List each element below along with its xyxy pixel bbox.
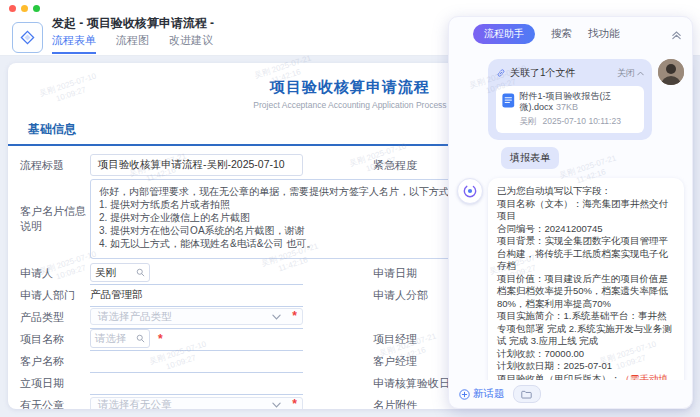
field-label-project-manager: 项目经理: [373, 332, 417, 347]
search-icon: [136, 268, 145, 277]
reply-line: 项目验收单（用印后版本）：（需手动填写）: [497, 373, 675, 381]
tab-process-assistant[interactable]: 流程助手: [473, 24, 535, 44]
user-command-bubble: 填报表单: [501, 147, 559, 169]
customer-name-input[interactable]: [90, 350, 303, 373]
chat-messages: 关联了1个文件 关闭 附件1-项目验收报告(泛微).docx37KB: [449, 51, 692, 380]
chevron-down-icon: [272, 314, 281, 320]
assistant-message: 已为您自动填写以下字段： 项目名称（文本）：海亮集团事井然交付项目 合同编号：2…: [457, 178, 684, 380]
file-size: 37KB: [556, 102, 578, 112]
file-library-button[interactable]: [513, 385, 541, 403]
department-value: 产品管理部: [90, 288, 143, 302]
assistant-panel: 流程助手 搜索 找功能 关联了1个文件 关闭: [448, 16, 693, 409]
plus-circle-icon: [459, 389, 470, 400]
file-sender: 吴刚: [520, 116, 537, 128]
field-label: 申请人部门: [20, 288, 90, 303]
tab-search[interactable]: 搜索: [551, 27, 572, 41]
assistant-reply-bubble: 已为您自动填写以下字段： 项目名称（文本）：海亮集团事井然交付项目 合同编号：2…: [488, 178, 684, 380]
field-label-apply-date: 申请日期: [373, 266, 417, 281]
project-name-input[interactable]: 请选择: [90, 329, 150, 348]
person-photo-icon: [658, 59, 684, 85]
field-label: 有无公章: [20, 398, 90, 410]
link-icon: [496, 68, 506, 78]
field-label-customer-manager: 客户经理: [373, 354, 417, 369]
diamond-icon: [20, 30, 35, 45]
field-label-applicant-branch: 申请人分部: [373, 288, 428, 303]
field-label: 立项日期: [20, 376, 90, 391]
tab-process-diagram[interactable]: 流程图: [116, 33, 149, 54]
tab-process-form[interactable]: 流程表单: [52, 33, 96, 54]
field-label: 项目名称: [20, 332, 90, 347]
window-controls: [9, 5, 40, 12]
required-marker: [292, 309, 297, 323]
process-title-input[interactable]: 项目验收核算申请流程-吴刚-2025-07-10: [90, 154, 303, 176]
reply-line: 项目价值：项目建设后产生的项目价值是档案归档效率提升50%，档案遗失率降低80%…: [497, 273, 675, 311]
field-label-card-attachment: 名片附件: [373, 398, 417, 410]
card-info-intro: 你好，内部管理要求，现在无公章的单据，需要提供对方签字人名片，以下方式，: [99, 186, 459, 197]
new-topic-button[interactable]: 新话题: [459, 387, 505, 401]
linked-file-label: 关联了1个文件: [510, 66, 576, 80]
field-label: 客户名片信息说明: [20, 204, 90, 234]
tab-improvement-suggestions[interactable]: 改进建议: [169, 33, 213, 54]
file-timestamp: 2025-07-10 10:11:23: [543, 116, 621, 128]
reply-line: 合同编号：20241200745: [497, 223, 675, 236]
reply-line: 计划收款：70000.00: [497, 348, 675, 361]
applicant-input[interactable]: 吴刚: [90, 263, 150, 282]
search-icon: [136, 334, 145, 343]
user-avatar: [658, 59, 684, 85]
linked-file-bubble: 关联了1个文件 关闭 附件1-项目验收报告(泛微).docx37KB: [488, 59, 652, 140]
double-chevron-up-icon: [671, 29, 682, 40]
reply-line: 项目名称（文本）：海亮集团事井然交付项目: [497, 198, 675, 223]
reply-line: 项目实施简介：1.系统基础平台：事井然专项包部署 完成 2.系统实施开发与业务测…: [497, 310, 675, 348]
attached-file-card[interactable]: 附件1-项目验收报告(泛微).docx37KB 吴刚 2025-07-10 10…: [496, 86, 644, 133]
reply-line: 项目背景：实现全集团数字化项目管理平台构建，将传统手工纸质档案实现电子化存档: [497, 235, 675, 273]
assistant-avatar: [457, 178, 483, 204]
field-label: 客户名称: [20, 354, 90, 369]
doc-file-icon: [502, 91, 515, 110]
reply-line: 已为您自动填写以下字段：: [497, 185, 675, 198]
close-file-preview-button[interactable]: 关闭: [617, 67, 644, 80]
folder-icon: [521, 390, 532, 399]
field-label: 流程标题: [20, 158, 90, 173]
close-window-button[interactable]: [9, 5, 16, 12]
assistant-panel-header: 流程助手 搜索 找功能: [449, 17, 692, 51]
field-label: 申请人: [20, 266, 90, 281]
required-marker: [292, 397, 297, 409]
zoom-window-button[interactable]: [33, 5, 40, 12]
page-title: 发起 - 项目验收核算申请流程 -: [52, 15, 214, 32]
reply-line: 计划收款日期：2025-07-01: [497, 360, 675, 373]
field-label: 产品类型: [20, 310, 90, 325]
chevron-up-icon: [637, 71, 644, 76]
user-message: 关联了1个文件 关闭 附件1-项目验收报告(泛微).docx37KB: [457, 59, 684, 140]
minimize-window-button[interactable]: [21, 5, 28, 12]
project-date-input[interactable]: [90, 372, 303, 395]
tab-find-function[interactable]: 找功能: [588, 27, 620, 41]
assistant-logo-icon: [463, 184, 477, 198]
chat-toolbar: 新话题: [449, 380, 692, 408]
field-label-urgency: 紧急程度: [373, 158, 417, 173]
app-logo-icon: [12, 22, 43, 53]
view-tabs: 流程表单 流程图 改进建议: [52, 33, 213, 54]
chevron-down-icon: [272, 402, 281, 408]
collapse-panel-button[interactable]: [671, 29, 682, 40]
required-marker: [158, 332, 163, 346]
